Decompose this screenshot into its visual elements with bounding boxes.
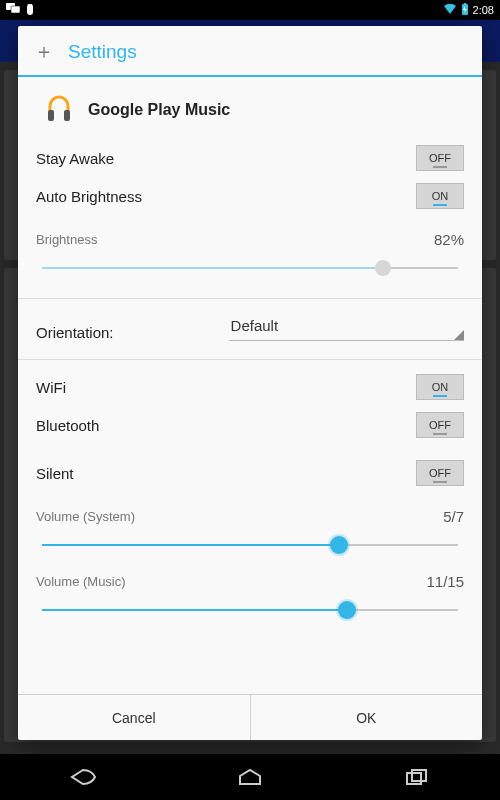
wifi-toggle[interactable]: ON xyxy=(416,374,464,400)
dialog-footer: Cancel OK xyxy=(18,694,482,740)
brightness-slider-thumb[interactable] xyxy=(375,260,391,276)
wifi-label: WiFi xyxy=(36,379,66,396)
brightness-value: 82% xyxy=(434,231,464,248)
cancel-button[interactable]: Cancel xyxy=(18,695,250,740)
auto-brightness-row: Auto Brightness ON xyxy=(36,177,464,215)
brightness-label: Brightness xyxy=(36,232,97,247)
home-button[interactable] xyxy=(232,759,268,795)
stay-awake-toggle[interactable]: OFF xyxy=(416,145,464,171)
silent-row: Silent OFF xyxy=(36,454,464,492)
bluetooth-row: Bluetooth OFF xyxy=(36,406,464,444)
stay-awake-row: Stay Awake OFF xyxy=(36,139,464,177)
svg-rect-6 xyxy=(48,110,54,121)
orientation-row: Orientation: Default xyxy=(36,307,464,351)
dialog-header: ＋ Settings xyxy=(18,26,482,77)
wifi-row: WiFi ON xyxy=(36,368,464,406)
divider xyxy=(18,298,482,299)
svg-rect-7 xyxy=(64,110,70,121)
volume-music-value: 11/15 xyxy=(426,573,464,590)
svg-rect-5 xyxy=(464,3,466,5)
status-time: 2:08 xyxy=(473,4,494,16)
brightness-row: Brightness 82% xyxy=(36,225,464,254)
back-button[interactable] xyxy=(65,759,101,795)
wifi-icon xyxy=(443,3,457,17)
volume-music-slider[interactable] xyxy=(42,600,458,620)
recents-button[interactable] xyxy=(399,759,435,795)
volume-music-thumb[interactable] xyxy=(338,601,356,619)
brightness-slider-fill xyxy=(42,267,383,269)
divider xyxy=(18,359,482,360)
dialog-body: Google Play Music Stay Awake OFF Auto Br… xyxy=(18,77,482,694)
settings-dialog: ＋ Settings Google Play Music Stay Awake … xyxy=(18,26,482,740)
app-name: Google Play Music xyxy=(88,101,230,119)
volume-system-slider[interactable] xyxy=(42,535,458,555)
play-music-icon xyxy=(44,95,74,125)
notification-chat-icon xyxy=(6,3,20,17)
brightness-slider[interactable] xyxy=(42,258,458,278)
silent-label: Silent xyxy=(36,465,74,482)
battery-icon xyxy=(461,3,469,17)
app-row: Google Play Music xyxy=(36,87,464,139)
dialog-title: Settings xyxy=(68,41,137,63)
volume-system-thumb[interactable] xyxy=(330,536,348,554)
auto-brightness-toggle[interactable]: ON xyxy=(416,183,464,209)
orientation-spinner[interactable]: Default xyxy=(229,313,464,341)
orientation-value: Default xyxy=(231,317,279,334)
ok-button[interactable]: OK xyxy=(250,695,483,740)
volume-system-fill xyxy=(42,544,339,546)
svg-rect-1 xyxy=(11,6,20,13)
volume-system-label: Volume (System) xyxy=(36,509,135,524)
volume-system-value: 5/7 xyxy=(443,508,464,525)
svg-rect-9 xyxy=(412,770,426,781)
auto-brightness-label: Auto Brightness xyxy=(36,188,142,205)
volume-music-label: Volume (Music) xyxy=(36,574,126,589)
volume-music-fill xyxy=(42,609,347,611)
status-bar: 2:08 xyxy=(0,0,500,20)
silent-toggle[interactable]: OFF xyxy=(416,460,464,486)
bluetooth-toggle[interactable]: OFF xyxy=(416,412,464,438)
volume-system-row: Volume (System) 5/7 xyxy=(36,502,464,531)
volume-music-row: Volume (Music) 11/15 xyxy=(36,567,464,596)
svg-rect-8 xyxy=(407,773,421,784)
bluetooth-label: Bluetooth xyxy=(36,417,99,434)
orientation-label: Orientation: xyxy=(36,324,229,341)
navigation-bar xyxy=(0,754,500,800)
android-debug-icon xyxy=(24,3,36,17)
plus-icon: ＋ xyxy=(34,38,54,65)
stay-awake-label: Stay Awake xyxy=(36,150,114,167)
